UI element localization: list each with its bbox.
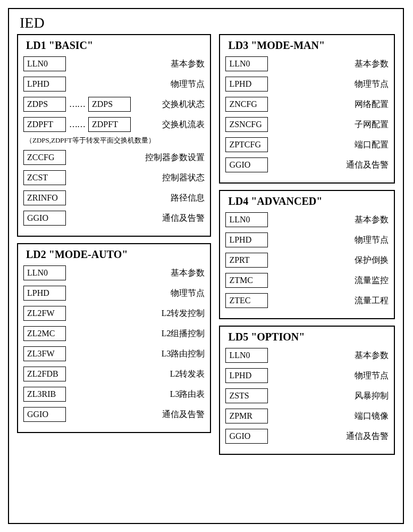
ld5-row: ZSTS 风暴抑制 (225, 387, 389, 405)
node-zdps: ZDPS (88, 97, 131, 112)
ld3-row: ZPTCFG 端口配置 (225, 136, 389, 154)
row-label: L2转发表 (170, 369, 205, 380)
row-label: 网络配置 (355, 99, 389, 110)
row-label: 通信及告警 (346, 431, 389, 442)
ld1-note: （ZDPS,ZDPFT等于转发平面交换机数量） (26, 136, 205, 145)
node-lln0: LLN0 (23, 56, 66, 71)
row-label: 流量工程 (355, 295, 389, 306)
ld2-title: LD2 "MODE-AUTO" (26, 248, 205, 261)
ld1-title: LD1 "BASIC" (26, 39, 205, 52)
node-zccfg: ZCCFG (23, 150, 66, 165)
ld4-row: ZTMC 流量监控 (225, 271, 389, 289)
node-zl2fw: ZL2FW (23, 306, 66, 321)
node-zdps: ZDPS (23, 97, 66, 112)
node-zprt: ZPRT (225, 253, 268, 268)
node-zdpft: ZDPFT (88, 117, 131, 132)
ld1-row: ZDPS …… ZDPS 交换机状态 (23, 95, 205, 113)
node-zncfg: ZNCFG (225, 97, 268, 112)
row-label: 交换机状态 (162, 99, 205, 110)
ld1-box: LD1 "BASIC" LLN0 基本参数 LPHD 物理节点 ZDPS …… … (17, 34, 211, 237)
node-zcst: ZCST (23, 170, 66, 185)
ld2-row: GGIO 通信及告警 (23, 405, 205, 423)
columns: LD1 "BASIC" LLN0 基本参数 LPHD 物理节点 ZDPS …… … (17, 34, 395, 455)
ld5-title: LD5 "OPTION" (228, 331, 389, 343)
ellipsis-icon: …… (66, 120, 88, 129)
row-label: 基本参数 (355, 59, 389, 70)
node-zl2fdb: ZL2FDB (23, 367, 66, 381)
node-zl3rib: ZL3RIB (23, 387, 66, 402)
ld2-row: ZL2FW L2转发控制 (23, 304, 205, 322)
row-label: 物理节点 (355, 370, 389, 381)
node-zptcfg: ZPTCFG (225, 137, 268, 152)
row-label: 基本参数 (355, 214, 389, 226)
row-label: 控制器状态 (162, 172, 205, 184)
node-lln0: LLN0 (23, 265, 66, 280)
row-label: 保护倒换 (355, 255, 389, 266)
row-label: 物理节点 (171, 79, 205, 90)
row-label: 风暴抑制 (355, 390, 389, 402)
node-zdpft: ZDPFT (23, 117, 66, 132)
ld3-row: ZNCFG 网络配置 (225, 95, 389, 113)
ld5-box: LD5 "OPTION" LLN0 基本参数 LPHD 物理节点 ZSTS 风暴… (219, 326, 395, 455)
node-zsts: ZSTS (225, 388, 268, 403)
ld1-row: GGIO 通信及告警 (23, 209, 205, 227)
node-ggio: GGIO (225, 429, 268, 444)
node-lphd: LPHD (23, 77, 66, 92)
row-label: 物理节点 (355, 79, 389, 90)
row-label: L3路由控制 (162, 348, 205, 360)
ld3-title: LD3 "MODE-MAN" (228, 39, 389, 52)
node-ztmc: ZTMC (225, 273, 268, 288)
row-label: 通信及告警 (162, 409, 205, 420)
row-label: 端口配置 (355, 139, 389, 151)
ied-title: IED (20, 14, 395, 31)
row-label: 子网配置 (355, 119, 389, 130)
row-label: 控制器参数设置 (145, 152, 205, 163)
row-label: 路径信息 (171, 193, 205, 204)
node-zl2mc: ZL2MC (23, 326, 66, 341)
row-label: 基本参数 (171, 268, 205, 279)
row-label: L2组播控制 (162, 328, 205, 339)
ld1-row: ZRINFO 路径信息 (23, 189, 205, 207)
node-zpmr: ZPMR (225, 409, 268, 423)
ld4-row: ZTEC 流量工程 (225, 292, 389, 310)
ld2-row: ZL2MC L2组播控制 (23, 325, 205, 343)
ld4-row: LPHD 物理节点 (225, 231, 389, 249)
ld4-box: LD4 "ADVANCED" LLN0 基本参数 LPHD 物理节点 ZPRT … (219, 190, 395, 319)
row-label: 基本参数 (355, 350, 389, 361)
node-zsncfg: ZSNCFG (225, 117, 268, 132)
ld3-box: LD3 "MODE-MAN" LLN0 基本参数 LPHD 物理节点 ZNCFG… (219, 34, 395, 184)
row-label: 通信及告警 (346, 160, 389, 171)
ld2-row: LLN0 基本参数 (23, 264, 205, 282)
ld1-row: LPHD 物理节点 (23, 75, 205, 93)
row-label: 基本参数 (171, 59, 205, 70)
row-label: 端口镜像 (355, 411, 389, 422)
row-label: 流量监控 (355, 275, 389, 286)
ld5-row: ZPMR 端口镜像 (225, 407, 389, 425)
ld1-row: LLN0 基本参数 (23, 55, 205, 73)
node-zl3fw: ZL3FW (23, 346, 66, 361)
ld5-row: LLN0 基本参数 (225, 346, 389, 364)
ld1-row: ZCCFG 控制器参数设置 (23, 148, 205, 167)
ld1-row: ZCST 控制器状态 (23, 169, 205, 187)
node-lln0: LLN0 (225, 348, 268, 363)
ld4-row: ZPRT 保护倒换 (225, 251, 389, 269)
node-ggio: GGIO (23, 211, 66, 226)
col-right: LD3 "MODE-MAN" LLN0 基本参数 LPHD 物理节点 ZNCFG… (219, 34, 395, 455)
node-lphd: LPHD (225, 368, 268, 383)
node-lphd: LPHD (23, 286, 66, 301)
ld1-row: ZDPFT …… ZDPFT 交换机流表 (23, 115, 205, 134)
ld2-box: LD2 "MODE-AUTO" LLN0 基本参数 LPHD 物理节点 ZL2F… (17, 243, 211, 433)
node-ggio: GGIO (225, 157, 268, 172)
node-zrinfo: ZRINFO (23, 190, 66, 205)
ellipsis-icon: …… (66, 99, 88, 109)
node-ggio: GGIO (23, 407, 66, 422)
ied-container: IED LD1 "BASIC" LLN0 基本参数 LPHD 物理节点 ZDPS… (8, 8, 404, 524)
ld4-title: LD4 "ADVANCED" (228, 195, 389, 207)
node-ztec: ZTEC (225, 293, 268, 308)
row-label: 物理节点 (171, 288, 205, 299)
ld3-row: LLN0 基本参数 (225, 55, 389, 73)
node-lphd: LPHD (225, 232, 268, 247)
row-label: 交换机流表 (162, 119, 205, 130)
row-label: 物理节点 (355, 235, 389, 246)
ld3-row: GGIO 通信及告警 (225, 156, 389, 174)
